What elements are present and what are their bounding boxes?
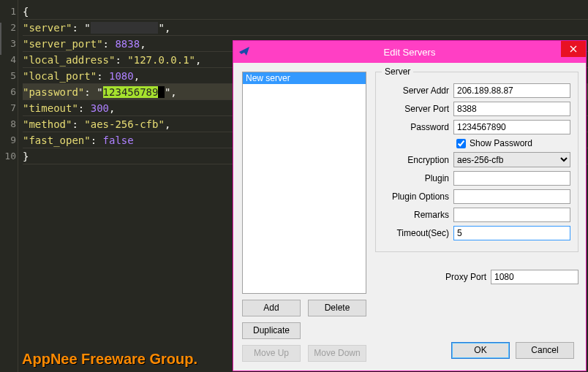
show-password-label: Show Password (470, 138, 532, 148)
key-local-port: "local_port" (23, 70, 97, 82)
delete-button[interactable]: Delete (308, 300, 366, 316)
value-server-redacted (91, 22, 159, 34)
server-group: Server Server Addr Server Port Password … (375, 72, 578, 252)
key-method: "method" (23, 118, 72, 130)
close-button[interactable] (561, 41, 586, 57)
server-addr-input[interactable] (453, 83, 570, 98)
remarks-label: Remarks (383, 210, 449, 220)
value-local-port: 1080 (109, 70, 134, 82)
plugin-label: Plugin (383, 173, 449, 183)
server-addr-label: Server Addr (383, 86, 449, 96)
password-input[interactable] (453, 120, 570, 134)
brace-close: } (23, 151, 29, 162)
cancel-button[interactable]: Cancel (516, 342, 574, 359)
edit-servers-dialog: Edit Servers New server Add Delete Dupli… (233, 40, 587, 371)
server-list-item[interactable]: New server (243, 72, 366, 84)
group-legend: Server (382, 67, 413, 77)
key-local-address: "local_address" (23, 54, 115, 66)
dialog-title: Edit Servers (384, 47, 436, 58)
move-up-button: Move Up (242, 345, 301, 362)
timeout-input[interactable] (453, 226, 570, 240)
plugin-opts-input[interactable] (453, 189, 570, 204)
titlebar[interactable]: Edit Servers (233, 41, 586, 63)
move-down-button: Move Down (308, 345, 366, 362)
server-port-input[interactable] (453, 102, 570, 116)
app-icon (233, 45, 255, 59)
add-button[interactable]: Add (242, 300, 301, 316)
watermark-text: AppNee Freeware Group. (22, 351, 197, 368)
proxy-port-label: Proxy Port (445, 272, 486, 282)
encryption-select[interactable]: aes-256-cfb (453, 152, 570, 167)
key-server-port: "server_port" (23, 38, 103, 50)
value-method: "aes-256-cfb" (84, 118, 165, 130)
encryption-label: Encryption (383, 155, 449, 165)
value-timeout: 300 (91, 102, 109, 114)
key-password: "password" (23, 86, 84, 98)
server-port-label: Server Port (383, 104, 449, 114)
value-local-address: "127.0.0.1" (127, 54, 195, 66)
gutter: 1 2 3 4 5 6 7 8 9 10 (0, 0, 18, 372)
duplicate-button[interactable]: Duplicate (242, 322, 301, 339)
value-server-port: 8838 (115, 38, 140, 50)
value-password-highlight: 123456789 (103, 86, 159, 98)
change-mark (0, 23, 1, 55)
value-fast-open: false (103, 134, 134, 146)
key-server: "server" (23, 22, 72, 34)
key-fast-open: "fast_open" (23, 134, 91, 146)
plugin-opts-label: Plugin Options (383, 191, 449, 202)
password-label: Password (383, 122, 449, 132)
brace-open: { (23, 6, 29, 18)
server-listbox[interactable]: New server (242, 72, 366, 294)
timeout-label: Timeout(Sec) (383, 228, 449, 238)
show-password-checkbox[interactable] (456, 139, 466, 148)
plugin-input[interactable] (453, 171, 570, 186)
remarks-input[interactable] (453, 208, 570, 222)
key-timeout: "timeout" (23, 102, 78, 114)
proxy-port-input[interactable] (491, 270, 578, 284)
ok-button[interactable]: OK (451, 342, 510, 359)
